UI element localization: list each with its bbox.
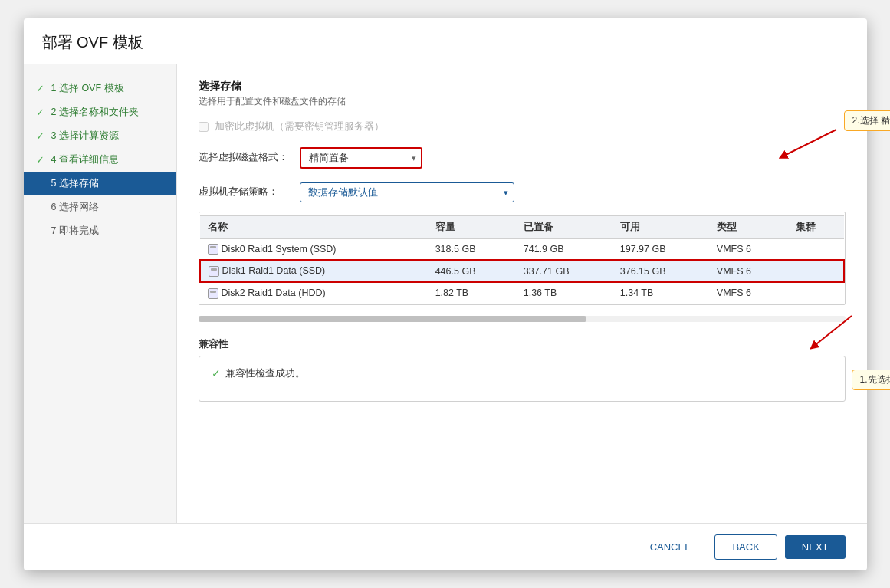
storage-policy-select-wrapper: 数据存储默认值 [300, 182, 514, 202]
col-capacity: 容量 [428, 215, 516, 238]
col-name: 名称 [200, 215, 428, 238]
col-cluster: 集群 [788, 215, 844, 238]
disk-format-label: 选择虚拟磁盘格式： [199, 151, 291, 164]
disk-format-select[interactable]: 精简置备 厚置备延迟置零 厚置备快速置零 [300, 147, 422, 169]
sidebar-label-2: 2 选择名称和文件夹 [51, 106, 139, 119]
row3-provisioned: 1.36 TB [516, 282, 612, 304]
dialog: 部署 OVF 模板 ✓ 1 选择 OVF 模板 ✓ 2 选择名称和文件夹 ✓ 3… [24, 18, 867, 570]
dialog-body: ✓ 1 选择 OVF 模板 ✓ 2 选择名称和文件夹 ✓ 3 选择计算资源 ✓ … [24, 64, 867, 523]
encrypt-row: 加密此虚拟机（需要密钥管理服务器） [199, 120, 846, 133]
row2-capacity: 446.5 GB [428, 260, 516, 282]
disk-format-row: 选择虚拟磁盘格式： 精简置备 厚置备延迟置零 厚置备快速置零 [199, 147, 846, 169]
check-icon-3: ✓ [36, 130, 47, 142]
disk-icon [208, 288, 218, 299]
sidebar-label-1: 1 选择 OVF 模板 [51, 82, 124, 95]
svg-line-1 [783, 130, 836, 156]
svg-line-0 [813, 316, 852, 347]
col-provisioned: 已置备 [516, 215, 612, 238]
row1-name: Disk0 Raid1 System (SSD) [200, 238, 428, 260]
compat-label: 兼容性 [199, 337, 846, 351]
row2-provisioned: 337.71 GB [516, 260, 612, 282]
next-button[interactable]: NEXT [785, 535, 846, 559]
compat-check-icon: ✓ [212, 367, 221, 379]
compat-box: ✓ 兼容性检查成功。 [199, 356, 846, 402]
row2-available: 376.15 GB [612, 260, 709, 282]
table-header-row: 名称 容量 已置备 可用 类型 集群 [200, 215, 844, 238]
callout-arrow-1 [806, 308, 867, 354]
table-row[interactable]: Disk0 Raid1 System (SSD) 318.5 GB 741.9 … [200, 238, 844, 260]
storage-policy-label: 虚拟机存储策略： [199, 186, 291, 199]
row2-type: VMFS 6 [709, 260, 788, 282]
section-subtitle: 选择用于配置文件和磁盘文件的存储 [199, 95, 846, 108]
encrypt-checkbox[interactable] [199, 122, 209, 132]
row2-cluster [788, 260, 844, 282]
table-row[interactable]: Disk2 Raid1 Data (HDD) 1.82 TB 1.36 TB 1… [200, 282, 844, 304]
disk-icon [209, 266, 219, 277]
disk-icon [208, 244, 218, 255]
sidebar-item-step4[interactable]: ✓ 4 查看详细信息 [24, 148, 176, 172]
encrypt-label: 加密此虚拟机（需要密钥管理服务器） [215, 120, 384, 133]
row3-type: VMFS 6 [709, 282, 788, 304]
sidebar-item-step6[interactable]: 6 选择网络 [24, 195, 176, 219]
section-title: 选择存储 [199, 80, 846, 94]
row1-cluster [788, 238, 844, 260]
sidebar-label-7: 7 即将完成 [51, 225, 99, 238]
scrollbar-track [199, 316, 846, 322]
storage-table: 名称 容量 已置备 可用 类型 集群 Disk0 Raid1 System (S… [199, 215, 845, 304]
col-type: 类型 [709, 215, 788, 238]
row1-type: VMFS 6 [709, 238, 788, 260]
sidebar-item-step2[interactable]: ✓ 2 选择名称和文件夹 [24, 100, 176, 124]
sidebar-label-4: 4 查看详细信息 [51, 153, 119, 166]
disk-format-select-wrapper: 精简置备 厚置备延迟置零 厚置备快速置零 [300, 147, 422, 169]
section-header: 选择存储 选择用于配置文件和磁盘文件的存储 [199, 80, 846, 108]
callout-arrow-2 [775, 126, 852, 164]
sidebar-item-step5[interactable]: 5 选择存储 [24, 172, 176, 195]
row1-available: 197.97 GB [612, 238, 709, 260]
main-content: 选择存储 选择用于配置文件和磁盘文件的存储 加密此虚拟机（需要密钥管理服务器） … [177, 64, 867, 523]
storage-policy-row: 虚拟机存储策略： 数据存储默认值 [199, 182, 846, 202]
sidebar-item-step7[interactable]: 7 即将完成 [24, 219, 176, 243]
back-button[interactable]: BACK [714, 534, 777, 560]
dialog-footer: CANCEL BACK NEXT [24, 523, 867, 570]
row3-cluster [788, 282, 844, 304]
sidebar-item-step3[interactable]: ✓ 3 选择计算资源 [24, 124, 176, 148]
sidebar-label-3: 3 选择计算资源 [51, 130, 119, 143]
sidebar-label-6: 6 选择网络 [51, 201, 99, 214]
table-row[interactable]: Disk1 Raid1 Data (SSD) 446.5 GB 337.71 G… [200, 260, 844, 282]
row3-name: Disk2 Raid1 Data (HDD) [200, 282, 428, 304]
row1-capacity: 318.5 GB [428, 238, 516, 260]
row3-available: 1.34 TB [612, 282, 709, 304]
sidebar: ✓ 1 选择 OVF 模板 ✓ 2 选择名称和文件夹 ✓ 3 选择计算资源 ✓ … [24, 64, 177, 523]
col-available: 可用 [612, 215, 709, 238]
scrollbar-thumb[interactable] [199, 316, 586, 322]
row1-provisioned: 741.9 GB [516, 238, 612, 260]
dialog-title: 部署 OVF 模板 [24, 18, 867, 64]
compatibility-section: 兼容性 ✓ 兼容性检查成功。 [199, 337, 846, 402]
cancel-button[interactable]: CANCEL [633, 535, 708, 559]
sidebar-label-5: 5 选择存储 [51, 177, 99, 190]
callout-2: 2.选择 精简置备 [844, 110, 891, 131]
check-icon-1: ✓ [36, 83, 47, 94]
check-icon-2: ✓ [36, 107, 47, 118]
check-icon-4: ✓ [36, 154, 47, 166]
row3-capacity: 1.82 TB [428, 282, 516, 304]
row2-name: Disk1 Raid1 Data (SSD) [200, 260, 428, 282]
sidebar-item-step1[interactable]: ✓ 1 选择 OVF 模板 [24, 77, 176, 100]
storage-policy-select[interactable]: 数据存储默认值 [300, 182, 514, 202]
storage-table-wrapper[interactable]: 名称 容量 已置备 可用 类型 集群 Disk0 Raid1 System (S… [199, 212, 846, 305]
compat-message: 兼容性检查成功。 [225, 367, 305, 380]
callout-1: 1.先选择目标的存储位置 [852, 370, 891, 390]
